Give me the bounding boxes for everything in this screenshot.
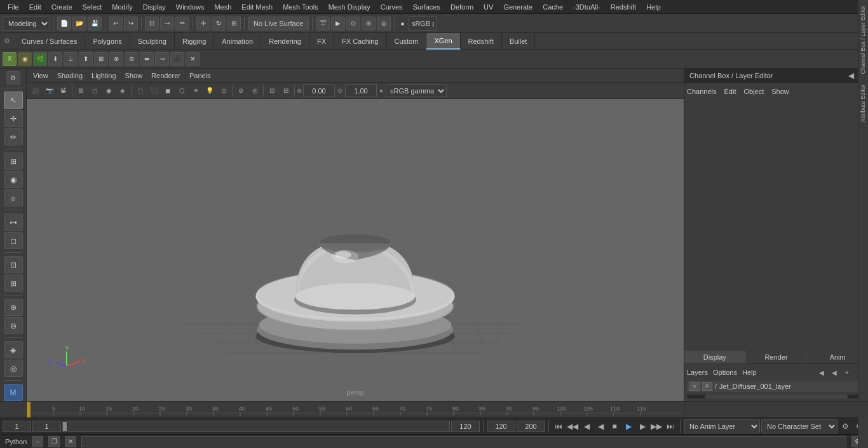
edit-menu[interactable]: Edit [724,88,736,95]
display-toggle[interactable]: ⊡ [4,256,23,273]
select-by-name[interactable]: ⊡ [145,17,159,31]
menu-edit[interactable]: Edit [24,2,46,12]
lasso-select[interactable]: ⊸ [160,17,174,31]
display-tab[interactable]: Display [684,351,746,363]
shading-menu[interactable]: Shading [53,71,86,81]
frame-input-2[interactable] [32,421,61,432]
viewport[interactable]: View Shading Lighting Show Renderer Pane… [27,69,684,401]
panel-arrow-left[interactable]: ◀ [848,71,854,80]
vt-smooth[interactable]: ◉ [102,85,115,97]
python-tab[interactable]: Python [5,438,27,445]
minimize-window[interactable]: – [32,436,43,447]
colorspace-select[interactable]: sRGB gamma [386,85,447,97]
3d-viewport-canvas[interactable]: X Y Z persp [27,99,684,401]
paint-tool[interactable]: ✏ [4,128,23,146]
help-menu-item[interactable]: Help [742,369,757,376]
xgen-tool-2[interactable]: ◉ [18,52,32,66]
gamma-input[interactable] [303,85,335,97]
live-surface-button[interactable]: No Live Surface [248,17,309,31]
tab-animation[interactable]: Animation [214,33,261,50]
select-tool[interactable]: ↖ [4,92,23,109]
menu-3dtoall[interactable]: -3DtoAll- [568,2,606,12]
menu-file[interactable]: File [3,2,24,12]
menu-mesh-tools[interactable]: Mesh Tools [278,2,323,12]
render-tab[interactable]: Render [746,351,808,363]
tab-redshift[interactable]: Redshift [461,33,502,50]
tab-fx[interactable]: FX [309,33,334,50]
new-layer[interactable]: + [841,367,853,378]
save-file-button[interactable]: 💾 [88,17,102,31]
render-frame[interactable]: ▶ [331,17,345,31]
range-end-input[interactable] [451,421,480,432]
vt-shading1[interactable]: ⬚ [133,85,146,97]
lasso-tool[interactable]: ⊶ [4,214,23,231]
vt-shadow[interactable]: ⊙ [217,85,230,97]
xgen-tool-4[interactable]: ⬇ [48,52,62,66]
menu-windows[interactable]: Windows [171,2,210,12]
vt-lighting1[interactable]: ☀ [189,85,202,97]
menu-create[interactable]: Create [46,2,78,12]
scroll-thumb[interactable] [705,395,848,398]
attribute-editor-tab[interactable]: Attribute Editor [858,79,868,128]
show-menu[interactable]: Show [771,88,789,95]
close-window[interactable]: ✕ [65,436,76,447]
move-layer-down[interactable]: ◀ [829,367,840,378]
last-frame-button[interactable]: ⏭ [664,420,677,433]
xgen-tool-6[interactable]: ⬆ [79,52,93,66]
vt-wireframe[interactable]: ◻ [88,85,101,97]
viewport-display[interactable]: ◎ [377,17,391,31]
tab-xgen[interactable]: XGen [426,33,460,50]
soft-select[interactable]: ⌾ [4,189,23,207]
object-menu[interactable]: Object [743,88,764,95]
vt-xray[interactable]: ◈ [116,85,129,97]
step-forward-button[interactable]: ▶ [636,420,649,433]
tab-polygons[interactable]: Polygons [85,33,130,50]
options-menu-item[interactable]: Options [713,369,737,376]
stop-button[interactable]: ■ [608,420,621,433]
show-menu[interactable]: Show [121,71,147,81]
char-set-select[interactable]: No Character Set [761,419,837,433]
xgen-tool-12[interactable]: ⬛ [170,52,184,66]
menu-select[interactable]: Select [78,2,107,12]
vt-shading3[interactable]: ◼ [161,85,174,97]
menu-curves[interactable]: Curves [376,2,408,12]
first-frame-button[interactable]: ⏮ [552,420,565,433]
settings-gear[interactable]: ⚙ [6,71,20,85]
tab-bullet[interactable]: Bullet [502,33,536,50]
menu-modify[interactable]: Modify [107,2,137,12]
scale-tool[interactable]: ⊞ [227,17,241,31]
tab-rendering[interactable]: Rendering [261,33,309,50]
menu-cache[interactable]: Cache [538,2,568,12]
redo-button[interactable]: ↪ [124,17,138,31]
mode-selector[interactable]: Modeling [3,17,50,31]
menu-generate[interactable]: Generate [498,2,538,12]
tab-rigging[interactable]: Rigging [175,33,214,50]
next-key-button[interactable]: ▶▶ [650,420,663,433]
xgen-tool-3[interactable]: 🌿 [33,52,47,66]
gamma-value[interactable] [409,17,437,31]
vt-frame-sel[interactable]: ⊟ [280,85,292,97]
vt-frame-all[interactable]: ⊡ [266,85,278,97]
vt-shading2[interactable]: ⬛ [147,85,160,97]
range-max-input[interactable] [517,421,545,432]
channel-box-edge-tab[interactable]: Channel Box / Layer Editor [858,69,868,79]
layers-menu-item[interactable]: Layers [687,369,708,376]
vt-camera[interactable]: 🎥 [29,85,42,97]
show-hide[interactable]: ◎ [4,360,23,377]
menu-mesh-display[interactable]: Mesh Display [323,2,376,12]
current-frame-input[interactable] [3,421,31,432]
renderer-menu[interactable]: Renderer [147,71,184,81]
xgen-tool-8[interactable]: ⊕ [109,52,123,66]
layers-scrollbar[interactable] [687,395,865,398]
xgen-tool-10[interactable]: ⬌ [140,52,154,66]
grid-toggle[interactable]: ⊞ [4,275,23,292]
snap-tool[interactable]: ⊞ [4,153,23,170]
menu-help[interactable]: Help [641,2,666,12]
move-layer-up[interactable]: ◀ [816,367,827,378]
menu-mesh[interactable]: Mesh [209,2,236,12]
tab-fx-caching[interactable]: FX Caching [334,33,386,50]
menu-surfaces[interactable]: Surfaces [408,2,445,12]
vt-camera3[interactable]: 📽 [57,85,70,97]
layer-name-label[interactable]: Jet_Diffuser_001_layer [719,383,863,390]
vt-isolate[interactable]: ⊘ [234,85,247,97]
